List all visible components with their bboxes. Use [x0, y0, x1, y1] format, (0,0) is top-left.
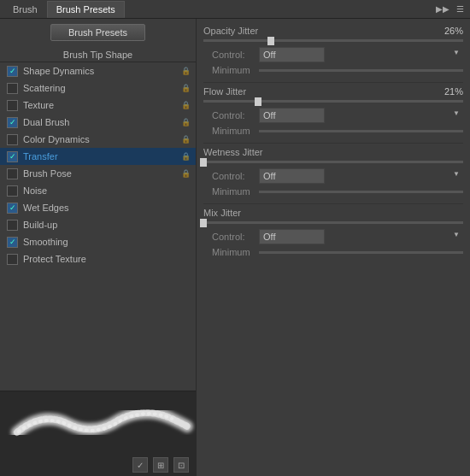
mix-min-label: Minimum [212, 247, 259, 257]
lock-icon: 🔒 [181, 169, 191, 178]
brush-list-item[interactable]: Protect Texture [0, 250, 196, 267]
flow-min-track[interactable] [259, 130, 463, 132]
tab-presets[interactable]: Brush Presets [47, 1, 125, 18]
brush-item-label: Color Dynamics [23, 134, 181, 144]
brush-item-checkbox[interactable] [7, 254, 18, 265]
flow-jitter-title: Flow Jitter [203, 86, 438, 97]
wetness-control-label: Control: [212, 171, 259, 181]
bottom-icons: ✓ ⊞ ⊡ [132, 457, 189, 473]
wetness-control-row: Control: Off Fade Pen Pressure Pen Tilt [203, 168, 463, 184]
brush-presets-button[interactable]: Brush Presets [50, 24, 145, 41]
brush-item-label: Shape Dynamics [23, 66, 181, 76]
wetness-jitter-title: Wetness Jitter [203, 147, 463, 157]
brush-item-label: Noise [23, 185, 191, 196]
brush-list-item[interactable]: Smoothing [0, 233, 196, 250]
opacity-min-row: Minimum [203, 65, 463, 75]
tab-brush[interactable]: Brush [3, 1, 47, 18]
wetness-jitter-slider[interactable] [203, 161, 463, 163]
brush-item-checkbox[interactable] [7, 83, 18, 94]
brush-list-item[interactable]: Brush Pose🔒 [0, 165, 196, 182]
brush-item-label: Build-up [23, 220, 191, 230]
divider-3 [203, 203, 463, 204]
opacity-jitter-value: 26% [438, 26, 463, 36]
bottom-icon-square[interactable]: ⊡ [173, 457, 189, 473]
brush-list-item[interactable]: Transfer🔒 [0, 148, 196, 165]
flow-jitter-slider[interactable] [203, 100, 463, 103]
brush-item-checkbox[interactable] [7, 185, 18, 197]
wetness-control-select[interactable]: Off Fade Pen Pressure Pen Tilt [259, 168, 325, 184]
flow-jitter-section: Flow Jitter 21% Control: Off Fade Pen Pr… [203, 86, 463, 136]
brush-stroke-preview [0, 391, 196, 451]
mix-control-label: Control: [212, 232, 259, 242]
brush-item-checkbox[interactable] [7, 100, 18, 111]
tab-icons: ▶▶ ☰ [436, 3, 467, 16]
lock-icon: 🔒 [181, 67, 191, 75]
divider-1 [203, 82, 463, 83]
brush-item-checkbox[interactable] [7, 203, 18, 214]
mix-control-select-wrapper: Off Fade Pen Pressure Pen Tilt [259, 229, 463, 244]
bottom-icon-grid[interactable]: ⊞ [153, 457, 168, 473]
wetness-control-select-wrapper: Off Fade Pen Pressure Pen Tilt [259, 168, 463, 184]
brush-item-checkbox[interactable] [7, 237, 18, 248]
mix-control-select[interactable]: Off Fade Pen Pressure Pen Tilt [259, 229, 325, 244]
flow-jitter-thumb[interactable] [255, 97, 261, 106]
wetness-min-track[interactable] [259, 191, 463, 193]
brush-item-label: Protect Texture [23, 254, 191, 264]
bottom-icon-check[interactable]: ✓ [132, 457, 148, 473]
flow-control-select[interactable]: Off Fade Pen Pressure Pen Tilt [259, 108, 325, 123]
brush-item-list: Shape Dynamics🔒Scattering🔒Texture🔒Dual B… [0, 62, 196, 391]
wetness-min-label: Minimum [212, 186, 259, 197]
mix-min-row: Minimum [203, 247, 463, 257]
opacity-control-select[interactable]: Off Fade Pen Pressure Pen Tilt [259, 47, 325, 62]
opacity-min-label: Minimum [212, 65, 259, 75]
opacity-jitter-slider[interactable] [203, 39, 463, 42]
brush-item-label: Brush Pose [23, 168, 181, 179]
brush-item-checkbox[interactable] [7, 220, 18, 231]
opacity-jitter-thumb[interactable] [267, 37, 274, 45]
mix-jitter-title: Mix Jitter [203, 208, 463, 218]
mix-jitter-section: Mix Jitter Control: Off Fade Pen Pressur… [203, 208, 463, 257]
brush-tip-shape-header: Brush Tip Shape [0, 46, 196, 62]
mix-min-track[interactable] [259, 251, 463, 254]
mix-jitter-slider[interactable] [203, 221, 463, 224]
tab-bar: Brush Brush Presets ▶▶ ☰ [0, 0, 470, 19]
lock-icon: 🔒 [181, 152, 191, 161]
brush-item-label: Wet Edges [23, 203, 191, 213]
wetness-jitter-section: Wetness Jitter Control: Off Fade Pen Pre… [203, 147, 463, 197]
brush-item-checkbox[interactable] [7, 66, 18, 77]
flow-control-row: Control: Off Fade Pen Pressure Pen Tilt [203, 108, 463, 123]
menu-icon[interactable]: ☰ [453, 3, 467, 16]
divider-2 [203, 143, 463, 144]
wetness-min-row: Minimum [203, 186, 463, 197]
brush-list-item[interactable]: Shape Dynamics🔒 [0, 62, 196, 79]
brush-item-checkbox[interactable] [7, 151, 18, 162]
mix-jitter-thumb[interactable] [200, 219, 207, 227]
lock-icon: 🔒 [181, 118, 191, 126]
flow-jitter-value: 21% [438, 86, 463, 97]
brush-item-label: Texture [23, 100, 181, 110]
brush-item-label: Dual Brush [23, 117, 181, 127]
forward-icon[interactable]: ▶▶ [436, 3, 449, 16]
brush-item-checkbox[interactable] [7, 117, 18, 128]
brush-list-item[interactable]: Wet Edges [0, 199, 196, 216]
brush-list-item[interactable]: Texture🔒 [0, 97, 196, 114]
brush-list-item[interactable]: Noise [0, 182, 196, 199]
brush-list-item[interactable]: Scattering🔒 [0, 79, 196, 97]
flow-control-select-wrapper: Off Fade Pen Pressure Pen Tilt [259, 108, 463, 123]
brush-list-item[interactable]: Dual Brush🔒 [0, 114, 196, 131]
wetness-jitter-thumb[interactable] [200, 158, 207, 167]
brush-list-item[interactable]: Build-up [0, 216, 196, 233]
right-panel: Opacity Jitter 26% Control: Off Fade Pen… [197, 19, 470, 476]
brush-list-item[interactable]: Color Dynamics🔒 [0, 131, 196, 148]
left-panel: Brush Presets Brush Tip Shape Shape Dyna… [0, 19, 197, 476]
main-layout: Brush Presets Brush Tip Shape Shape Dyna… [0, 19, 470, 476]
opacity-control-label: Control: [212, 50, 259, 60]
lock-icon: 🔒 [181, 84, 191, 92]
preview-panel: ✓ ⊞ ⊡ [0, 391, 196, 476]
brush-item-label: Transfer [23, 151, 181, 162]
brush-item-checkbox[interactable] [7, 168, 18, 179]
flow-jitter-header: Flow Jitter 21% [203, 86, 463, 97]
opacity-min-track[interactable] [259, 69, 463, 72]
opacity-jitter-section: Opacity Jitter 26% Control: Off Fade Pen… [203, 26, 463, 75]
brush-item-checkbox[interactable] [7, 134, 18, 145]
